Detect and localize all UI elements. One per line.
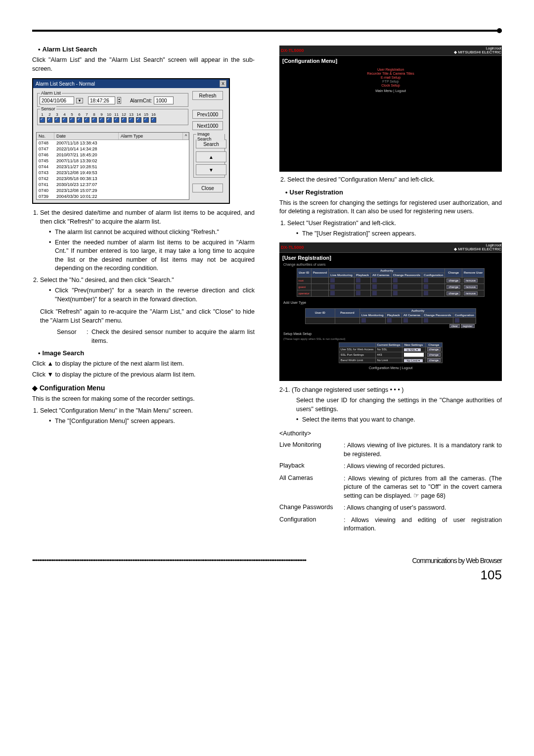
- spin-down-icon[interactable]: ▼: [118, 100, 121, 103]
- refresh-button[interactable]: Refresh: [192, 91, 223, 100]
- auth-playback-value: : Allows viewing of recorded pictures.: [344, 462, 502, 471]
- heading-alarm-list-search: Alarm List Search: [38, 46, 255, 53]
- sensor-colon: :: [87, 328, 91, 345]
- ws2-brand: ◆ MITSUBISHI ELECTRIC: [454, 247, 501, 251]
- heading-image-search: Image Search: [38, 349, 255, 357]
- list-item[interactable]: 07472022/10/14 14:34:28: [37, 146, 189, 152]
- heading-configuration-menu: Configuration Menu: [32, 384, 255, 392]
- list-item[interactable]: 07422023/05/18 00:38:13: [37, 176, 189, 182]
- step-2-1-bullet: Select the items that you want to change…: [296, 416, 502, 425]
- ws1-link-0[interactable]: User Registration: [280, 68, 501, 71]
- alarmcnt-input[interactable]: [154, 96, 174, 104]
- list-item[interactable]: 07432023/12/08 19:49:53: [37, 170, 189, 176]
- time-input[interactable]: [88, 96, 115, 104]
- close-button[interactable]: Close: [192, 184, 223, 192]
- ws2-auth-table: User IDPasswordAuthorityChangeRemove Use…: [297, 268, 485, 297]
- list-item[interactable]: 07442023/11/27 10:28:51: [37, 164, 189, 170]
- ws1-login: Login:root: [454, 47, 501, 50]
- ws2-setup2: (These login apply when SSL is not confi…: [279, 337, 502, 340]
- step-2-bullet-a: Click "Prev(number)" for a search in the…: [49, 286, 255, 304]
- list-item[interactable]: 07482007/11/18 13:38:43: [37, 140, 189, 146]
- scroll-up-icon[interactable]: ^: [183, 133, 189, 140]
- ws1-link-3[interactable]: FTP Setup: [280, 80, 501, 83]
- auth-playback-label: Playback: [279, 462, 344, 471]
- list-item[interactable]: 07412030/10/23 12:37:07: [37, 182, 189, 188]
- legend-image-search: Image Search: [196, 132, 224, 142]
- footer-text: Communications by Web Browser: [412, 557, 502, 565]
- close-icon[interactable]: X: [220, 80, 226, 87]
- sensor-text: Check the desired sensor number to acqui…: [91, 328, 255, 345]
- dropdown-icon[interactable]: ▼: [76, 98, 83, 103]
- legend-sensor: Sensor: [40, 106, 56, 111]
- sensor-2-checkbox[interactable]: [47, 117, 52, 123]
- sensor-6-checkbox[interactable]: [77, 117, 82, 123]
- image-prev-button[interactable]: ▲: [196, 151, 226, 162]
- step-2-1: 2-1. (To change registered user settings…: [279, 386, 502, 395]
- sensor-10-checkbox[interactable]: [106, 117, 112, 123]
- ws2-login: Login:root: [454, 243, 501, 247]
- auth-changepw-value: : Allows changing of user's password.: [344, 504, 502, 513]
- sensor-11-checkbox[interactable]: [114, 117, 119, 123]
- para-alarm-intro: Click "Alarm List" and the "Alarm List S…: [32, 56, 255, 73]
- ws2-ssl-table: Current SettingsNew SettingsChangeUse SS…: [339, 342, 443, 363]
- list-item[interactable]: 07452007/11/18 13:39:02: [37, 158, 189, 164]
- list-item[interactable]: 07392004/03/30 10:01:22: [37, 193, 189, 199]
- page-number: 105: [32, 567, 502, 583]
- auth-live-label: Live Monitoring: [279, 441, 344, 459]
- sensor-7-checkbox[interactable]: [84, 117, 89, 123]
- ws1-brand: ◆ MITSUBISHI ELECTRIC: [454, 50, 501, 54]
- sensor-5-checkbox[interactable]: [69, 117, 75, 123]
- alarm-listbox[interactable]: 07482007/11/18 13:38:4307472022/10/14 14…: [37, 140, 189, 199]
- para-ureg: This is the screen for changing the sett…: [279, 199, 502, 216]
- step-2: Select the "No." desired, and then click…: [40, 276, 255, 346]
- screenshot-alarm-dialog: Alarm List Search - Normal X Alarm List …: [32, 78, 230, 204]
- ws1-link-4[interactable]: Clock Setup: [280, 84, 501, 87]
- prev-button[interactable]: Prev1000: [192, 110, 223, 119]
- ws1-link-2[interactable]: E-mail Setup: [280, 76, 501, 79]
- conf-step-1-bullet: The "[Configuration Menu]" screen appear…: [49, 417, 255, 426]
- list-item[interactable]: 07402023/12/08 15:07:29: [37, 188, 189, 193]
- auth-allcam-label: All Cameras: [279, 474, 344, 501]
- step-2-para: Click "Refresh" again to re-acquire the …: [40, 308, 255, 325]
- sensor-15-checkbox[interactable]: [143, 117, 149, 123]
- ureg-step-1-bullet: The "[User Registration]" screen appears…: [296, 230, 502, 238]
- sensor-14-checkbox[interactable]: [136, 117, 141, 123]
- image-next-button[interactable]: ▼: [196, 164, 226, 175]
- conf-step-1: Select "Configuration Menu" in the "Main…: [40, 407, 255, 426]
- ws2-bottom: Configuration Menu | Logout: [369, 366, 412, 370]
- sensor-8-checkbox[interactable]: [91, 117, 97, 123]
- dialog-title: Alarm List Search - Normal: [36, 81, 95, 87]
- sensor-12-checkbox[interactable]: [121, 117, 127, 123]
- step-2-1-para: Select the user ID for changing the sett…: [296, 396, 502, 414]
- footer-dots: ••••••••••••••••••••••••••••••••••••••••…: [32, 557, 410, 564]
- ws2-title: [User Registration]: [279, 253, 502, 263]
- ws1-model: DX-TL5000: [280, 48, 304, 53]
- sensor-13-checkbox[interactable]: [129, 117, 134, 123]
- alarmcnt-label: AlarmCnt:: [130, 98, 152, 103]
- col-no: No.: [37, 133, 54, 140]
- sensor-1-checkbox[interactable]: [40, 117, 45, 123]
- ws1-bottom: Main Menu | Logout: [375, 89, 406, 93]
- ureg-step-1: Select "User Registration" and left-clic…: [287, 219, 502, 238]
- sensor-checkbox-row: 1 2 3 4 5 6 7 8 9 10 11 12 13: [40, 112, 186, 123]
- triangle-down-icon: ▼: [47, 371, 53, 378]
- auth-config-value: : Allows viewing and editing of user reg…: [344, 516, 502, 533]
- heading-user-registration: User Registration: [285, 189, 502, 196]
- ws2-add: Add User Type: [279, 299, 502, 306]
- para-img-up: Click ▲ to display the picture of the ne…: [32, 360, 255, 369]
- list-item[interactable]: 07462010/07/21 18:45:20: [37, 152, 189, 158]
- auth-changepw-label: Change Passwords: [279, 504, 344, 513]
- sensor-label: Sensor: [57, 328, 87, 345]
- next-button[interactable]: Next1000: [192, 121, 223, 130]
- ws1-link-1[interactable]: Recorder Title & Camera Titles: [280, 72, 501, 75]
- sensor-16-checkbox[interactable]: [151, 117, 156, 123]
- step-1: Set the desired date/time and number of …: [40, 209, 255, 273]
- auth-live-value: : Allows viewing of live pictures. It is…: [344, 441, 502, 459]
- sensor-4-checkbox[interactable]: [62, 117, 67, 123]
- sensor-9-checkbox[interactable]: [99, 117, 104, 123]
- ws1-title: [Configuration Menu]: [279, 56, 502, 66]
- ws2-add-table: User IDPasswordAuthorityLive MonitoringP…: [305, 308, 476, 328]
- screenshot-config-menu: DX-TL5000 Login:root ◆ MITSUBISHI ELECTR…: [279, 46, 502, 172]
- sensor-3-checkbox[interactable]: [54, 117, 60, 123]
- date-input[interactable]: [40, 96, 74, 104]
